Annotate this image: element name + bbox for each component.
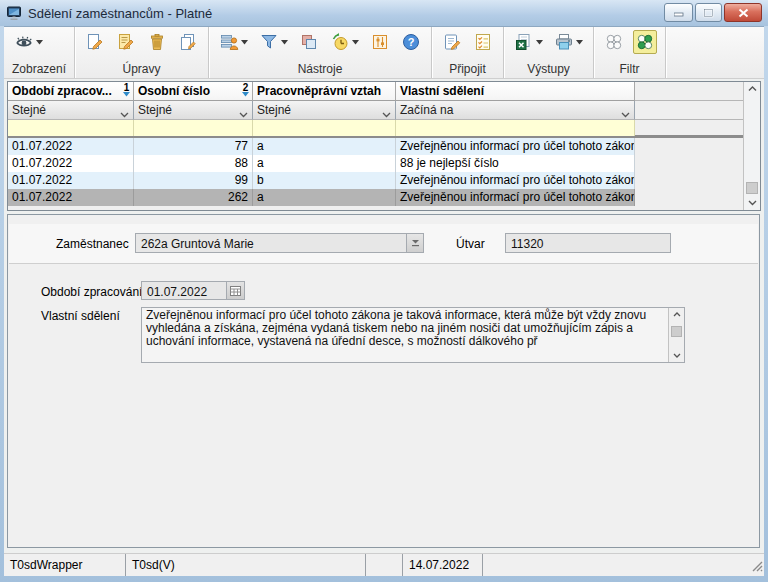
- toolbar-group: ?Nástroje: [209, 27, 432, 78]
- copy-record-button[interactable]: [176, 30, 200, 54]
- help-button[interactable]: ?: [399, 30, 423, 54]
- grid-filler: [635, 138, 743, 155]
- toolbar-group-label: Nástroje: [217, 62, 423, 77]
- message-text[interactable]: Zveřejněnou informací pro účel tohoto zá…: [142, 308, 667, 362]
- table-cell[interactable]: 99: [134, 172, 253, 189]
- records-menu-button[interactable]: [217, 30, 250, 54]
- column-header[interactable]: Vlastní sdělení: [396, 82, 635, 101]
- scheduler-menu-button[interactable]: [328, 30, 361, 54]
- column-header[interactable]: Pracovněprávní vztah: [253, 82, 396, 101]
- resize-grip-icon[interactable]: [751, 560, 763, 575]
- scrollbar-thumb[interactable]: [671, 326, 682, 337]
- window-controls: [664, 3, 762, 22]
- filter-operator-dropdown[interactable]: Stejné: [253, 101, 396, 120]
- restore-button[interactable]: [695, 3, 722, 22]
- sort-order-indicator: 2: [242, 83, 249, 97]
- view-menu-button[interactable]: [12, 30, 45, 54]
- note-edit-icon: [442, 32, 462, 52]
- table-cell[interactable]: b: [253, 172, 396, 189]
- chevron-down-icon[interactable]: [239, 107, 248, 120]
- app-monitor-icon[interactable]: [6, 5, 22, 21]
- table-cell[interactable]: 88 je nejlepší číslo: [396, 155, 635, 172]
- dropdown-caret-icon[interactable]: [241, 40, 248, 45]
- column-header-label: Osobní číslo: [138, 84, 210, 98]
- chevron-down-icon[interactable]: [621, 107, 630, 120]
- column-header[interactable]: Období zpracov...1: [8, 82, 134, 101]
- delete-record-button[interactable]: [145, 30, 169, 54]
- title-bar[interactable]: Sdělení zaměstnancům - Platné: [0, 0, 768, 26]
- dropdown-caret-icon[interactable]: [36, 40, 43, 45]
- filter-input-cell[interactable]: [134, 120, 253, 136]
- status-cell: 14.07.2022: [403, 554, 483, 576]
- employee-dropdown-button[interactable]: [407, 233, 424, 253]
- dropdown-caret-icon[interactable]: [281, 40, 288, 45]
- scroll-up-icon[interactable]: [669, 308, 684, 321]
- records-grid: Období zpracov...1Osobní číslo2Pracovněp…: [7, 81, 761, 211]
- dropdown-caret-icon[interactable]: [536, 40, 543, 45]
- attach-note-button[interactable]: [440, 30, 464, 54]
- table-cell[interactable]: Zveřejněnou informací pro účel tohoto zá…: [396, 189, 635, 206]
- table-row[interactable]: 01.07.202277aZveřejněnou informací pro ú…: [8, 138, 743, 155]
- table-cell[interactable]: 01.07.2022: [8, 138, 134, 155]
- period-field[interactable]: 01.07.2022: [141, 281, 227, 300]
- table-cell[interactable]: 01.07.2022: [8, 189, 134, 206]
- minimize-button[interactable]: [664, 3, 693, 22]
- scroll-down-icon[interactable]: [669, 349, 684, 362]
- filter-clover-active-button[interactable]: [633, 30, 657, 54]
- dropdown-caret-icon[interactable]: [352, 40, 359, 45]
- table-cell[interactable]: 88: [134, 155, 253, 172]
- chevron-down-icon[interactable]: [382, 107, 391, 120]
- table-person-icon: [219, 32, 239, 52]
- filter-menu-button[interactable]: [257, 30, 290, 54]
- close-button[interactable]: [724, 3, 762, 22]
- edit-record-button[interactable]: [114, 30, 138, 54]
- grid-vertical-scrollbar[interactable]: [743, 82, 760, 210]
- calendar-button[interactable]: [227, 281, 245, 300]
- column-header[interactable]: Osobní číslo2: [134, 82, 253, 101]
- filter-clover-button[interactable]: [602, 30, 626, 54]
- chevron-down-icon[interactable]: [120, 107, 129, 120]
- employee-field[interactable]: 262a Gruntová Marie: [135, 233, 407, 253]
- toolbar-group: Připojit: [432, 27, 504, 78]
- table-cell[interactable]: 01.07.2022: [8, 155, 134, 172]
- table-cell[interactable]: Zveřejněnou informací pro účel tohoto zá…: [396, 172, 635, 189]
- toolbar: ZobrazeníÚpravy?NástrojePřipojitVýstupyF…: [4, 27, 764, 79]
- excel-export-button[interactable]: [512, 30, 545, 54]
- table-cell[interactable]: a: [253, 138, 396, 155]
- table-row[interactable]: 01.07.202299bZveřejněnou informací pro ú…: [8, 172, 743, 189]
- sort-order-indicator: 1: [123, 83, 130, 97]
- filter-input-cell[interactable]: [396, 120, 635, 136]
- table-cell[interactable]: a: [253, 189, 396, 206]
- message-textarea[interactable]: Zveřejněnou informací pro účel tohoto zá…: [141, 307, 685, 363]
- filter-operator-dropdown[interactable]: Stejné: [134, 101, 253, 120]
- table-cell[interactable]: 77: [134, 138, 253, 155]
- table-cell[interactable]: 01.07.2022: [8, 172, 134, 189]
- grid-columns: Období zpracov...1Osobní číslo2Pracovněp…: [8, 82, 743, 210]
- settings-button[interactable]: [368, 30, 392, 54]
- table-cell[interactable]: 262: [134, 189, 253, 206]
- dropdown-caret-icon[interactable]: [576, 40, 583, 45]
- filter-operator-label: Stejné: [257, 103, 291, 117]
- status-filler: [483, 554, 764, 576]
- filter-input-cell[interactable]: [253, 120, 396, 136]
- table-row[interactable]: 01.07.202288a88 je nejlepší číslo: [8, 155, 743, 172]
- toolbar-group-label: Filtr: [602, 62, 657, 77]
- toolbar-group-label: Úpravy: [83, 62, 200, 77]
- table-cell[interactable]: a: [253, 155, 396, 172]
- table-cell[interactable]: Zveřejněnou informací pro účel tohoto zá…: [396, 138, 635, 155]
- message-scrollbar[interactable]: [668, 308, 684, 362]
- department-field[interactable]: 11320: [505, 233, 671, 253]
- table-row[interactable]: 01.07.2022262aZveřejněnou informací pro …: [8, 189, 743, 206]
- edit-document-icon: [116, 32, 136, 52]
- new-record-button[interactable]: [83, 30, 107, 54]
- scroll-up-icon[interactable]: [744, 82, 760, 96]
- filter-operator-label: Začíná na: [400, 103, 453, 117]
- scroll-down-icon[interactable]: [744, 196, 760, 210]
- filter-operator-dropdown[interactable]: Stejné: [8, 101, 134, 120]
- scrollbar-thumb[interactable]: [746, 182, 758, 194]
- filter-input-cell[interactable]: [8, 120, 134, 136]
- attach-list-button[interactable]: [471, 30, 495, 54]
- filter-operator-dropdown[interactable]: Začíná na: [396, 101, 635, 120]
- layout-button[interactable]: [297, 30, 321, 54]
- print-button[interactable]: [552, 30, 585, 54]
